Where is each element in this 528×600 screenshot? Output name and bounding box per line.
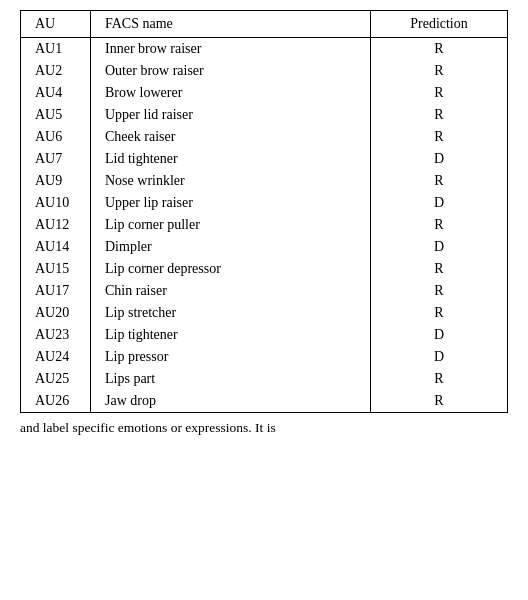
table-row: AU5Upper lid raiserR (21, 104, 508, 126)
cell-prediction: R (371, 60, 508, 82)
cell-facs-name: Upper lip raiser (91, 192, 371, 214)
header-facs-name: FACS name (91, 11, 371, 38)
table-row: AU7Lid tightenerD (21, 148, 508, 170)
cell-prediction: R (371, 214, 508, 236)
cell-au: AU12 (21, 214, 91, 236)
bottom-text: and label specific emotions or expressio… (20, 419, 508, 438)
cell-facs-name: Upper lid raiser (91, 104, 371, 126)
cell-facs-name: Lid tightener (91, 148, 371, 170)
cell-au: AU26 (21, 390, 91, 413)
cell-facs-name: Brow lowerer (91, 82, 371, 104)
cell-facs-name: Jaw drop (91, 390, 371, 413)
cell-facs-name: Cheek raiser (91, 126, 371, 148)
cell-au: AU9 (21, 170, 91, 192)
cell-prediction: R (371, 368, 508, 390)
cell-prediction: R (371, 258, 508, 280)
cell-au: AU25 (21, 368, 91, 390)
cell-facs-name: Lip stretcher (91, 302, 371, 324)
cell-au: AU4 (21, 82, 91, 104)
table-row: AU23Lip tightenerD (21, 324, 508, 346)
cell-facs-name: Outer brow raiser (91, 60, 371, 82)
table-row: AU15Lip corner depressorR (21, 258, 508, 280)
cell-prediction: R (371, 390, 508, 413)
table-row: AU1Inner brow raiserR (21, 38, 508, 61)
table-row: AU9Nose wrinklerR (21, 170, 508, 192)
cell-au: AU7 (21, 148, 91, 170)
cell-facs-name: Chin raiser (91, 280, 371, 302)
cell-prediction: R (371, 302, 508, 324)
table-row: AU17Chin raiserR (21, 280, 508, 302)
cell-au: AU10 (21, 192, 91, 214)
cell-au: AU1 (21, 38, 91, 61)
cell-au: AU24 (21, 346, 91, 368)
cell-prediction: R (371, 126, 508, 148)
cell-au: AU14 (21, 236, 91, 258)
header-au: AU (21, 11, 91, 38)
cell-au: AU5 (21, 104, 91, 126)
table-row: AU4Brow lowererR (21, 82, 508, 104)
cell-prediction: D (371, 236, 508, 258)
cell-au: AU23 (21, 324, 91, 346)
table-row: AU26Jaw dropR (21, 390, 508, 413)
cell-facs-name: Lip pressor (91, 346, 371, 368)
cell-prediction: D (371, 346, 508, 368)
cell-facs-name: Dimpler (91, 236, 371, 258)
cell-facs-name: Lips part (91, 368, 371, 390)
cell-facs-name: Lip corner puller (91, 214, 371, 236)
table-row: AU14DimplerD (21, 236, 508, 258)
au-table: AU FACS name Prediction AU1Inner brow ra… (20, 10, 508, 413)
cell-facs-name: Inner brow raiser (91, 38, 371, 61)
cell-au: AU20 (21, 302, 91, 324)
cell-prediction: D (371, 148, 508, 170)
table-row: AU10Upper lip raiserD (21, 192, 508, 214)
cell-facs-name: Nose wrinkler (91, 170, 371, 192)
cell-au: AU6 (21, 126, 91, 148)
table-row: AU6Cheek raiserR (21, 126, 508, 148)
header-prediction: Prediction (371, 11, 508, 38)
cell-prediction: R (371, 104, 508, 126)
cell-prediction: D (371, 324, 508, 346)
cell-au: AU17 (21, 280, 91, 302)
cell-prediction: R (371, 82, 508, 104)
cell-prediction: D (371, 192, 508, 214)
table-row: AU24Lip pressorD (21, 346, 508, 368)
cell-au: AU2 (21, 60, 91, 82)
cell-facs-name: Lip tightener (91, 324, 371, 346)
table-row: AU12Lip corner pullerR (21, 214, 508, 236)
cell-prediction: R (371, 38, 508, 61)
cell-prediction: R (371, 280, 508, 302)
cell-facs-name: Lip corner depressor (91, 258, 371, 280)
table-row: AU25Lips partR (21, 368, 508, 390)
cell-prediction: R (371, 170, 508, 192)
table-row: AU20Lip stretcherR (21, 302, 508, 324)
table-row: AU2Outer brow raiserR (21, 60, 508, 82)
cell-au: AU15 (21, 258, 91, 280)
